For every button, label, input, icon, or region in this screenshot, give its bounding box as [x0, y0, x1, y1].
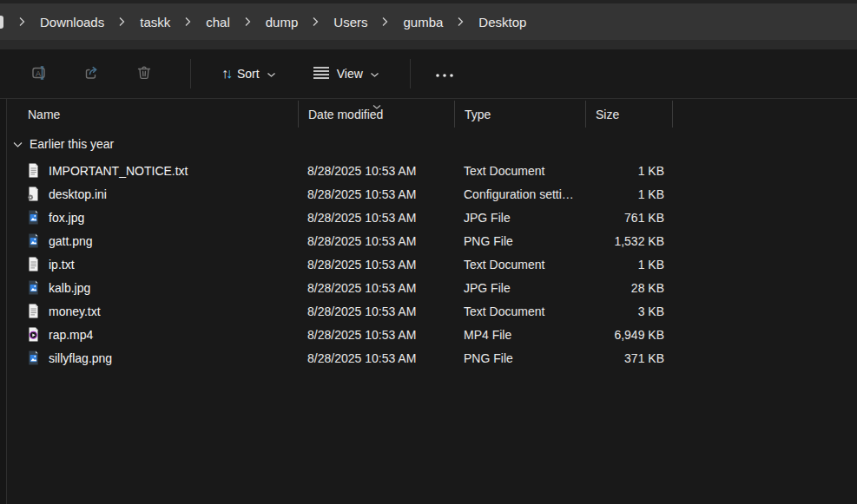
breadcrumb-item[interactable]: gumba [395, 11, 451, 33]
breadcrumb-item[interactable]: dump [258, 11, 307, 33]
file-size: 6,949 KB [585, 328, 673, 342]
file-row[interactable]: gatt.png 8/28/2025 10:53 AM PNG File 1,5… [7, 229, 857, 252]
file-name: fox.jpg [49, 211, 84, 225]
file-date-modified: 8/28/2025 10:53 AM [298, 234, 454, 248]
file-type-icon [25, 280, 41, 296]
file-size: 371 KB [585, 351, 673, 365]
trash-icon [135, 63, 154, 85]
clipped-nav-icon [0, 16, 3, 29]
file-type-icon [25, 350, 41, 366]
command-bar: A [0, 49, 857, 99]
column-header-type[interactable]: Type [454, 101, 585, 128]
file-type-icon [25, 163, 41, 179]
chevron-down-icon [370, 67, 379, 81]
delete-button[interactable] [126, 58, 162, 89]
file-row[interactable]: ip.txt 8/28/2025 10:53 AM Text Document … [7, 252, 857, 276]
file-row[interactable]: money.txt 8/28/2025 10:53 AM Text Docume… [7, 299, 857, 323]
file-type-icon [25, 257, 41, 272]
view-button[interactable]: View [302, 60, 390, 88]
group-header-earlier-this-year[interactable]: Earlier this year [7, 129, 857, 159]
file-date-modified: 8/28/2025 10:53 AM [298, 351, 454, 365]
file-type: Text Document [454, 258, 585, 272]
file-row[interactable]: IMPORTANT_NOTICE.txt 8/28/2025 10:53 AM … [7, 159, 857, 182]
share-icon [82, 63, 102, 85]
breadcrumb-chevron-right-icon[interactable] [306, 16, 326, 27]
file-size: 28 KB [585, 281, 673, 295]
breadcrumb-item[interactable]: chal [198, 11, 238, 33]
sort-button[interactable]: ↑↓ Sort [211, 61, 287, 87]
group-header-label: Earlier this year [30, 137, 114, 151]
file-date-modified: 8/28/2025 10:53 AM [298, 328, 454, 342]
svg-text:A: A [36, 69, 41, 77]
column-header-name[interactable]: Name [7, 101, 298, 128]
column-header-size[interactable]: Size [585, 101, 673, 128]
column-header-date-modified[interactable]: Date modified [298, 101, 454, 128]
breadcrumb-item[interactable]: Users [326, 11, 375, 33]
file-row[interactable]: fox.jpg 8/28/2025 10:53 AM JPG File 761 … [7, 206, 857, 229]
file-size: 1 KB [585, 258, 673, 272]
toolbar-divider [410, 59, 411, 88]
file-date-modified: 8/28/2025 10:53 AM [298, 281, 454, 295]
file-row[interactable]: desktop.ini 8/28/2025 10:53 AM Configura… [7, 182, 857, 206]
file-size: 1 KB [585, 164, 673, 178]
view-button-label: View [337, 67, 363, 81]
rename-icon: A [30, 63, 49, 85]
file-name: kalb.jpg [49, 281, 90, 295]
breadcrumb: DownloadstaskkchaldumpUsersgumbaDesktop [12, 11, 534, 33]
file-type: JPG File [454, 281, 585, 295]
file-type-icon [25, 327, 41, 343]
file-name: money.txt [49, 304, 101, 318]
file-size: 761 KB [585, 211, 673, 225]
breadcrumb-chevron-right-icon[interactable] [451, 16, 471, 27]
file-date-modified: 8/28/2025 10:53 AM [298, 211, 454, 225]
breadcrumb-item[interactable]: Desktop [471, 11, 534, 33]
chevron-down-icon [267, 67, 276, 81]
file-type: JPG File [454, 211, 585, 225]
file-list-pane: Name Date modified Type Size [0, 99, 857, 504]
file-row[interactable]: rap.mp4 8/28/2025 10:53 AM MP4 File 6,94… [7, 323, 857, 346]
file-size: 3 KB [585, 304, 673, 318]
file-row[interactable]: sillyflag.png 8/28/2025 10:53 AM PNG Fil… [7, 346, 857, 370]
file-name: ip.txt [49, 258, 75, 272]
file-name: desktop.ini [49, 187, 107, 201]
file-date-modified: 8/28/2025 10:53 AM [298, 258, 454, 272]
nav-pane-divider [0, 99, 7, 504]
file-type: Text Document [454, 164, 585, 178]
toolbar-divider [190, 59, 191, 88]
sort-arrows-icon: ↑↓ [221, 67, 230, 81]
rename-button[interactable]: A [22, 58, 58, 89]
breadcrumb-item[interactable]: taskk [132, 11, 178, 33]
sort-direction-chevron-down-icon [372, 99, 382, 113]
see-more-ellipsis-icon [434, 68, 455, 81]
breadcrumb-chevron-right-icon[interactable] [12, 16, 32, 27]
share-button[interactable] [74, 58, 110, 89]
file-name: gatt.png [49, 234, 93, 248]
file-name: rap.mp4 [49, 328, 93, 342]
file-type-icon [25, 210, 41, 226]
file-size: 1,532 KB [585, 234, 673, 248]
file-type: Text Document [454, 304, 585, 318]
file-row[interactable]: kalb.jpg 8/28/2025 10:53 AM JPG File 28 … [7, 276, 857, 299]
breadcrumb-chevron-right-icon[interactable] [178, 16, 198, 27]
file-type: PNG File [454, 351, 585, 365]
see-more-button[interactable] [426, 58, 463, 89]
breadcrumb-item[interactable]: Downloads [32, 11, 112, 33]
view-list-icon [313, 66, 330, 82]
file-date-modified: 8/28/2025 10:53 AM [298, 187, 454, 201]
file-date-modified: 8/28/2025 10:53 AM [298, 304, 454, 318]
file-size: 1 KB [585, 187, 673, 201]
breadcrumb-chevron-right-icon[interactable] [112, 16, 132, 27]
column-headers: Name Date modified Type Size [7, 99, 857, 129]
sort-button-label: Sort [237, 67, 260, 81]
file-type: MP4 File [454, 328, 585, 342]
file-type-icon [25, 187, 41, 202]
file-type-icon [25, 233, 41, 249]
file-type: Configuration setti… [454, 187, 585, 201]
chevron-down-icon [12, 137, 23, 151]
file-type: PNG File [454, 234, 585, 248]
file-list: IMPORTANT_NOTICE.txt 8/28/2025 10:53 AM … [7, 159, 857, 370]
file-name: IMPORTANT_NOTICE.txt [49, 164, 188, 178]
breadcrumb-chevron-right-icon[interactable] [238, 16, 258, 27]
breadcrumb-chevron-right-icon[interactable] [375, 16, 395, 27]
address-bar: DownloadstaskkchaldumpUsersgumbaDesktop [0, 3, 857, 40]
